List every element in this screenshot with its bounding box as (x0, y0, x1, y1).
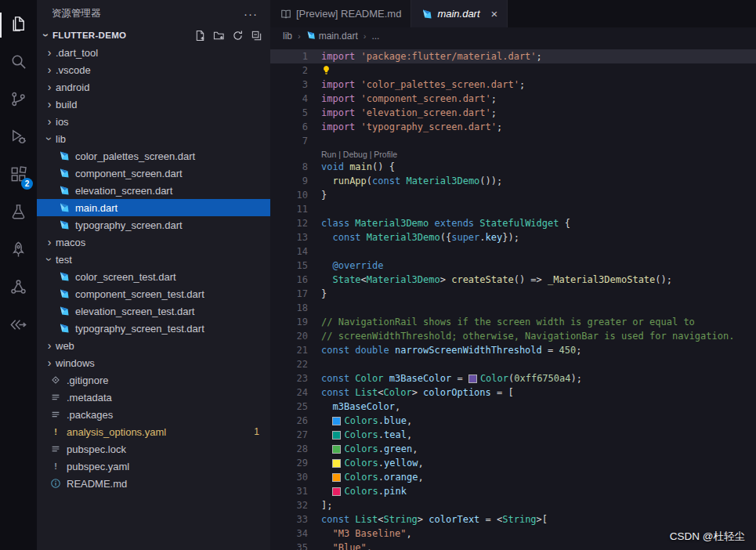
tree-item-windows[interactable]: ›windows (37, 354, 270, 371)
tree-item-elevation_screen.dart[interactable]: elevation_screen.dart (37, 182, 270, 199)
code-line-13[interactable]: 13 const Material3Demo({super.key}); (270, 230, 756, 244)
code-line-6[interactable]: 6import 'typography_screen.dart'; (270, 120, 756, 134)
code-line-25[interactable]: 25 m3BaseColor, (270, 400, 756, 414)
editor-tab-main.dart[interactable]: main.dart× (411, 0, 508, 27)
code-line-14[interactable]: 14 (270, 244, 756, 259)
close-icon[interactable]: × (491, 8, 498, 20)
code-line-27[interactable]: 27 Colors.teal, (270, 428, 756, 442)
tree-item-build[interactable]: ›build (37, 96, 270, 113)
tree-item-.packages[interactable]: .packages (37, 406, 270, 423)
code-line-21[interactable]: 21const double narrowScreenWidthThreshol… (270, 343, 756, 357)
line-number: 2 (270, 63, 308, 78)
code-line-12[interactable]: 12class Material3Demo extends StatefulWi… (270, 216, 756, 230)
color-swatch[interactable] (333, 474, 340, 481)
code-line-9[interactable]: 9 runApp(const Material3Demo()); (270, 174, 756, 188)
code-line-2[interactable]: 2 (270, 63, 756, 78)
new-file-icon[interactable] (194, 29, 206, 42)
code-line-4[interactable]: 4import 'component_screen.dart'; (270, 92, 756, 106)
tree-item-web[interactable]: ›web (37, 337, 270, 354)
tree-item-main.dart[interactable]: main.dart (37, 199, 270, 216)
tree-item-.vscode[interactable]: ›.vscode (37, 61, 270, 78)
code-line-22[interactable]: 22 (270, 357, 756, 371)
breadcrumb-item-...[interactable]: ... (371, 31, 379, 42)
breadcrumb-item-main.dart[interactable]: main.dart (306, 31, 358, 42)
code-line-7[interactable]: 7 (270, 134, 756, 148)
color-swatch[interactable] (333, 432, 340, 439)
tree-item-README.md[interactable]: README.md (37, 475, 270, 492)
code-line-10[interactable]: 10} (270, 188, 756, 202)
code-line-17[interactable]: 17} (270, 287, 756, 301)
code-line-31[interactable]: 31 Colors.pink (270, 484, 756, 498)
tree-item-component_screen.dart[interactable]: component_screen.dart (37, 165, 270, 182)
project-section-header[interactable]: › FLUTTER-DEMO (37, 27, 270, 44)
code-line-15[interactable]: 15 @override (270, 259, 756, 273)
code-line-26[interactable]: 26 Colors.blue, (270, 414, 756, 428)
more-actions-icon[interactable]: ··· (244, 7, 258, 20)
token (355, 79, 360, 90)
tree-item-color_screen_test.dart[interactable]: color_screen_test.dart (37, 268, 270, 285)
code-line-11[interactable]: 11 (270, 202, 756, 216)
code-line-29[interactable]: 29 Colors.yellow, (270, 456, 756, 470)
lightbulb-icon[interactable] (321, 65, 331, 75)
editor-tab--Preview--README.md[interactable]: [Preview] README.md (270, 0, 411, 27)
tree-item-pubspec.lock[interactable]: pubspec.lock (37, 440, 270, 458)
tree-item-.metadata[interactable]: .metadata (37, 389, 270, 406)
code-line-24[interactable]: 24const List<Color> colorOptions = [ (270, 385, 756, 400)
code-line-1[interactable]: 1import 'package:flutter/material.dart'; (270, 49, 756, 63)
token (355, 121, 360, 132)
code-line-30[interactable]: 30 Colors.orange, (270, 470, 756, 484)
tree-item-test[interactable]: ›test (37, 251, 270, 268)
code-line-19[interactable]: 19// NavigationRail shows if the screen … (270, 315, 756, 329)
token: const (332, 232, 360, 243)
code-line-33[interactable]: 33const List<String> colorText = <String… (270, 512, 756, 526)
code-line-8[interactable]: 8void main() { (270, 160, 756, 174)
tree-item-pubspec.yaml[interactable]: !pubspec.yaml (37, 458, 270, 475)
line-number: 4 (270, 92, 308, 106)
collapse-all-icon[interactable] (250, 29, 262, 42)
code-line-23[interactable]: 23const Color m3BaseColor = Color(0xff67… (270, 371, 756, 385)
color-swatch[interactable] (333, 460, 340, 467)
refresh-icon[interactable] (231, 29, 244, 42)
color-swatch[interactable] (333, 446, 340, 453)
tree-item-typography_screen_test.dart[interactable]: typography_screen_test.dart (37, 320, 270, 337)
tree-item-analysis_options.yaml[interactable]: !analysis_options.yaml1 (37, 423, 270, 440)
color-swatch[interactable] (333, 418, 340, 425)
tree-item-component_screen_test.dart[interactable]: component_screen_test.dart (37, 285, 270, 302)
tree-item-android[interactable]: ›android (37, 78, 270, 96)
activity-extensions-button[interactable]: 2 (0, 157, 37, 194)
codelens-label[interactable]: Run | Debug | Profile (270, 147, 397, 161)
tree-item-label: .dart_tool (56, 47, 98, 59)
code-line-5[interactable]: 5import 'elevation_screen.dart'; (270, 106, 756, 120)
new-folder-icon[interactable] (212, 29, 225, 42)
tree-item-.gitignore[interactable]: .gitignore (37, 371, 270, 389)
code-line-20[interactable]: 20// screenWidthThreshold; otherwise, Na… (270, 329, 756, 343)
breadcrumb-item-lib[interactable]: lib (283, 31, 292, 42)
tree-item-lib[interactable]: ›lib (37, 130, 270, 147)
line-content: Colors.blue, (308, 414, 412, 428)
color-swatch[interactable] (469, 375, 476, 382)
tree-item-.dart_tool[interactable]: ›.dart_tool (37, 44, 270, 61)
color-swatch[interactable] (333, 488, 340, 495)
sidebar-title: 资源管理器 (52, 7, 101, 20)
codelens[interactable]: Run | Debug | Profile (270, 148, 756, 160)
activity-search-button[interactable] (0, 44, 37, 81)
code-line-18[interactable]: 18 (270, 301, 756, 315)
code-line-32[interactable]: 32]; (270, 498, 756, 512)
code-line-28[interactable]: 28 Colors.green, (270, 442, 756, 456)
activity-circles-button[interactable] (0, 270, 37, 307)
activity-run-debug-button[interactable] (0, 119, 37, 157)
tree-item-typography_screen.dart[interactable]: typography_screen.dart (37, 216, 270, 233)
tree-item-macos[interactable]: ›macos (37, 233, 270, 251)
activity-remote-button[interactable] (0, 307, 37, 345)
activity-source-control-button[interactable] (0, 81, 37, 119)
code-line-16[interactable]: 16 State<Material3Demo> createState() =>… (270, 273, 756, 287)
activity-rocket-button[interactable] (0, 232, 37, 270)
activity-testing-button[interactable] (0, 194, 37, 232)
tree-item-label: ios (56, 116, 69, 128)
code-line-3[interactable]: 3import 'color_palettes_screen.dart'; (270, 78, 756, 92)
activity-explorer-button[interactable] (0, 6, 37, 44)
tree-item-color_palettes_screen.dart[interactable]: color_palettes_screen.dart (37, 147, 270, 165)
tree-item-elevation_screen_test.dart[interactable]: elevation_screen_test.dart (37, 302, 270, 320)
code-editor[interactable]: 1import 'package:flutter/material.dart';… (270, 45, 756, 550)
tree-item-ios[interactable]: ›ios (37, 113, 270, 130)
